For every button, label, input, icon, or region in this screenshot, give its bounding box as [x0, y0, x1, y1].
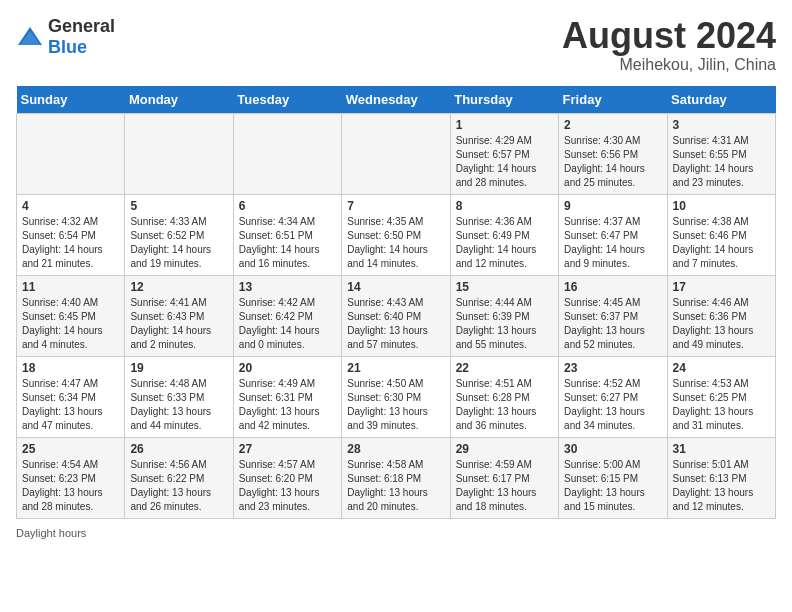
day-info: Sunrise: 4:57 AM Sunset: 6:20 PM Dayligh… [239, 458, 337, 514]
day-header-tuesday: Tuesday [233, 86, 341, 114]
title-area: August 2024 Meihekou, Jilin, China [562, 16, 776, 74]
calendar-cell [233, 113, 341, 194]
calendar-cell: 4Sunrise: 4:32 AM Sunset: 6:54 PM Daylig… [17, 194, 125, 275]
calendar-cell: 8Sunrise: 4:36 AM Sunset: 6:49 PM Daylig… [450, 194, 558, 275]
day-number: 21 [347, 361, 445, 375]
calendar-cell [342, 113, 450, 194]
calendar-cell: 1Sunrise: 4:29 AM Sunset: 6:57 PM Daylig… [450, 113, 558, 194]
day-number: 18 [22, 361, 120, 375]
day-info: Sunrise: 4:41 AM Sunset: 6:43 PM Dayligh… [130, 296, 228, 352]
week-row-2: 4Sunrise: 4:32 AM Sunset: 6:54 PM Daylig… [17, 194, 776, 275]
calendar-cell: 16Sunrise: 4:45 AM Sunset: 6:37 PM Dayli… [559, 275, 667, 356]
month-title: August 2024 [562, 16, 776, 56]
calendar-cell: 29Sunrise: 4:59 AM Sunset: 6:17 PM Dayli… [450, 437, 558, 518]
day-number: 27 [239, 442, 337, 456]
day-number: 11 [22, 280, 120, 294]
day-number: 3 [673, 118, 771, 132]
day-number: 14 [347, 280, 445, 294]
day-info: Sunrise: 4:52 AM Sunset: 6:27 PM Dayligh… [564, 377, 662, 433]
day-info: Sunrise: 4:53 AM Sunset: 6:25 PM Dayligh… [673, 377, 771, 433]
calendar-cell: 18Sunrise: 4:47 AM Sunset: 6:34 PM Dayli… [17, 356, 125, 437]
calendar-cell: 23Sunrise: 4:52 AM Sunset: 6:27 PM Dayli… [559, 356, 667, 437]
calendar-cell: 31Sunrise: 5:01 AM Sunset: 6:13 PM Dayli… [667, 437, 775, 518]
day-info: Sunrise: 4:30 AM Sunset: 6:56 PM Dayligh… [564, 134, 662, 190]
calendar-cell: 26Sunrise: 4:56 AM Sunset: 6:22 PM Dayli… [125, 437, 233, 518]
day-info: Sunrise: 4:43 AM Sunset: 6:40 PM Dayligh… [347, 296, 445, 352]
daylight-label: Daylight hours [16, 527, 86, 539]
day-number: 22 [456, 361, 554, 375]
day-number: 31 [673, 442, 771, 456]
day-header-sunday: Sunday [17, 86, 125, 114]
day-number: 6 [239, 199, 337, 213]
day-info: Sunrise: 4:51 AM Sunset: 6:28 PM Dayligh… [456, 377, 554, 433]
day-info: Sunrise: 4:46 AM Sunset: 6:36 PM Dayligh… [673, 296, 771, 352]
day-number: 23 [564, 361, 662, 375]
week-row-4: 18Sunrise: 4:47 AM Sunset: 6:34 PM Dayli… [17, 356, 776, 437]
day-info: Sunrise: 4:32 AM Sunset: 6:54 PM Dayligh… [22, 215, 120, 271]
day-number: 13 [239, 280, 337, 294]
day-info: Sunrise: 4:36 AM Sunset: 6:49 PM Dayligh… [456, 215, 554, 271]
day-number: 28 [347, 442, 445, 456]
day-info: Sunrise: 5:00 AM Sunset: 6:15 PM Dayligh… [564, 458, 662, 514]
day-info: Sunrise: 4:45 AM Sunset: 6:37 PM Dayligh… [564, 296, 662, 352]
day-number: 17 [673, 280, 771, 294]
day-number: 20 [239, 361, 337, 375]
calendar-cell: 2Sunrise: 4:30 AM Sunset: 6:56 PM Daylig… [559, 113, 667, 194]
logo: General Blue [16, 16, 115, 58]
logo-general-text: General [48, 16, 115, 36]
calendar-cell: 13Sunrise: 4:42 AM Sunset: 6:42 PM Dayli… [233, 275, 341, 356]
day-header-monday: Monday [125, 86, 233, 114]
day-info: Sunrise: 4:50 AM Sunset: 6:30 PM Dayligh… [347, 377, 445, 433]
day-number: 25 [22, 442, 120, 456]
day-number: 10 [673, 199, 771, 213]
day-number: 30 [564, 442, 662, 456]
day-info: Sunrise: 4:49 AM Sunset: 6:31 PM Dayligh… [239, 377, 337, 433]
calendar-cell: 27Sunrise: 4:57 AM Sunset: 6:20 PM Dayli… [233, 437, 341, 518]
calendar-cell: 11Sunrise: 4:40 AM Sunset: 6:45 PM Dayli… [17, 275, 125, 356]
day-header-saturday: Saturday [667, 86, 775, 114]
calendar-cell: 14Sunrise: 4:43 AM Sunset: 6:40 PM Dayli… [342, 275, 450, 356]
day-info: Sunrise: 4:38 AM Sunset: 6:46 PM Dayligh… [673, 215, 771, 271]
day-info: Sunrise: 5:01 AM Sunset: 6:13 PM Dayligh… [673, 458, 771, 514]
day-header-thursday: Thursday [450, 86, 558, 114]
day-header-friday: Friday [559, 86, 667, 114]
day-number: 19 [130, 361, 228, 375]
location-title: Meihekou, Jilin, China [562, 56, 776, 74]
calendar-cell [125, 113, 233, 194]
calendar-cell: 20Sunrise: 4:49 AM Sunset: 6:31 PM Dayli… [233, 356, 341, 437]
day-number: 29 [456, 442, 554, 456]
calendar-cell: 6Sunrise: 4:34 AM Sunset: 6:51 PM Daylig… [233, 194, 341, 275]
header: General Blue August 2024 Meihekou, Jilin… [16, 16, 776, 74]
day-number: 12 [130, 280, 228, 294]
day-number: 7 [347, 199, 445, 213]
calendar-cell: 21Sunrise: 4:50 AM Sunset: 6:30 PM Dayli… [342, 356, 450, 437]
day-info: Sunrise: 4:42 AM Sunset: 6:42 PM Dayligh… [239, 296, 337, 352]
day-info: Sunrise: 4:44 AM Sunset: 6:39 PM Dayligh… [456, 296, 554, 352]
day-number: 24 [673, 361, 771, 375]
day-number: 2 [564, 118, 662, 132]
calendar-cell: 25Sunrise: 4:54 AM Sunset: 6:23 PM Dayli… [17, 437, 125, 518]
calendar-cell: 28Sunrise: 4:58 AM Sunset: 6:18 PM Dayli… [342, 437, 450, 518]
calendar-table: SundayMondayTuesdayWednesdayThursdayFrid… [16, 86, 776, 519]
day-number: 9 [564, 199, 662, 213]
day-info: Sunrise: 4:37 AM Sunset: 6:47 PM Dayligh… [564, 215, 662, 271]
day-info: Sunrise: 4:29 AM Sunset: 6:57 PM Dayligh… [456, 134, 554, 190]
day-number: 5 [130, 199, 228, 213]
day-info: Sunrise: 4:40 AM Sunset: 6:45 PM Dayligh… [22, 296, 120, 352]
day-info: Sunrise: 4:33 AM Sunset: 6:52 PM Dayligh… [130, 215, 228, 271]
day-number: 8 [456, 199, 554, 213]
day-info: Sunrise: 4:48 AM Sunset: 6:33 PM Dayligh… [130, 377, 228, 433]
calendar-cell: 19Sunrise: 4:48 AM Sunset: 6:33 PM Dayli… [125, 356, 233, 437]
logo-icon [16, 25, 44, 49]
day-number: 4 [22, 199, 120, 213]
day-info: Sunrise: 4:34 AM Sunset: 6:51 PM Dayligh… [239, 215, 337, 271]
day-info: Sunrise: 4:47 AM Sunset: 6:34 PM Dayligh… [22, 377, 120, 433]
logo-blue-text: Blue [48, 37, 87, 57]
calendar-cell: 9Sunrise: 4:37 AM Sunset: 6:47 PM Daylig… [559, 194, 667, 275]
calendar-cell: 17Sunrise: 4:46 AM Sunset: 6:36 PM Dayli… [667, 275, 775, 356]
calendar-cell: 24Sunrise: 4:53 AM Sunset: 6:25 PM Dayli… [667, 356, 775, 437]
day-number: 15 [456, 280, 554, 294]
week-row-1: 1Sunrise: 4:29 AM Sunset: 6:57 PM Daylig… [17, 113, 776, 194]
calendar-cell: 15Sunrise: 4:44 AM Sunset: 6:39 PM Dayli… [450, 275, 558, 356]
calendar-cell [17, 113, 125, 194]
